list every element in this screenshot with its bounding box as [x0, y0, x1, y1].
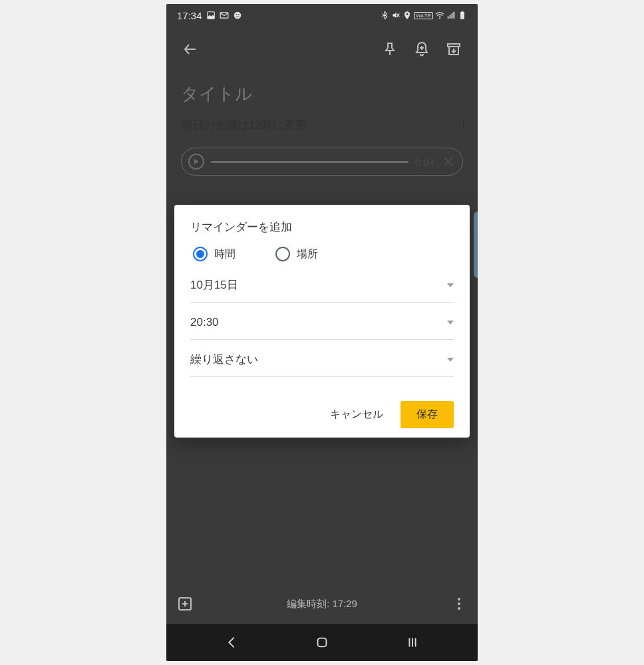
dialog-title: リマインダーを追加	[190, 219, 454, 235]
reminder-type-radios: 時間 場所	[190, 247, 454, 261]
radio-place-label: 場所	[297, 247, 318, 261]
chevron-down-icon	[447, 283, 454, 287]
radio-place[interactable]: 場所	[275, 247, 318, 261]
date-dropdown[interactable]: 10月15日	[190, 268, 454, 303]
save-button[interactable]: 保存	[401, 401, 454, 428]
phone-frame: 17:34 VoLTE タイトル 明日の会議は12時に変更	[166, 4, 478, 661]
radio-dot-selected-icon	[193, 247, 208, 261]
date-value: 10月15日	[190, 277, 447, 293]
repeat-dropdown[interactable]: 繰り返さない	[190, 342, 454, 377]
repeat-value: 繰り返さない	[190, 352, 447, 367]
add-reminder-dialog: リマインダーを追加 時間 場所 10月15日 20:30 繰り返さない キャンセ…	[174, 205, 470, 438]
radio-time[interactable]: 時間	[193, 247, 236, 261]
chevron-down-icon	[447, 321, 454, 325]
time-dropdown[interactable]: 20:30	[190, 305, 454, 340]
time-value: 20:30	[190, 316, 447, 329]
radio-dot-unselected-icon	[275, 247, 290, 261]
edge-panel-handle[interactable]	[474, 211, 478, 278]
chevron-down-icon	[447, 358, 454, 362]
radio-time-label: 時間	[214, 247, 236, 261]
cancel-button[interactable]: キャンセル	[321, 401, 393, 428]
dialog-actions: キャンセル 保存	[190, 401, 454, 428]
